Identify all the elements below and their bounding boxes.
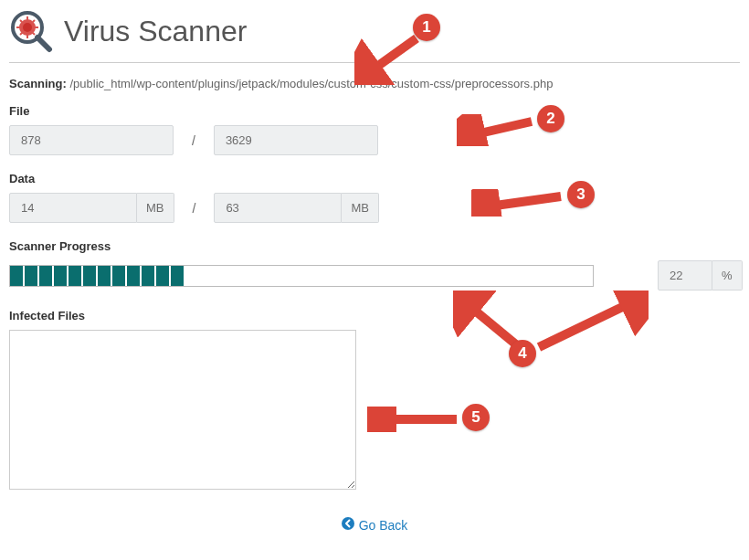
progress-segment	[69, 266, 81, 286]
go-back-link[interactable]: Go Back	[342, 517, 408, 533]
data-current-group: 14 MB	[9, 193, 174, 223]
data-total-group: 63 MB	[214, 193, 379, 223]
callout-badge-1: 1	[413, 14, 440, 41]
svg-point-12	[342, 517, 354, 530]
svg-line-1	[37, 37, 49, 49]
progress-segment	[10, 266, 23, 286]
callout-badge-2: 2	[537, 105, 564, 132]
scanning-label: Scanning:	[9, 77, 67, 90]
callout-badge-5: 5	[462, 404, 490, 431]
svg-line-14	[365, 38, 417, 75]
svg-line-8	[20, 20, 22, 22]
callout-arrow-2	[457, 114, 537, 146]
file-separator: /	[183, 133, 205, 148]
data-label: Data	[9, 172, 740, 185]
arrow-left-circle-icon	[342, 517, 354, 533]
progress-unit: %	[712, 260, 743, 291]
progress-segment	[83, 266, 96, 286]
callout-badge-4: 4	[509, 340, 536, 367]
progress-segment	[127, 266, 140, 286]
data-current-unit: MB	[137, 193, 174, 223]
page-title: Virus Scanner	[64, 15, 247, 48]
go-back-label: Go Back	[359, 518, 408, 533]
progress-segment	[25, 266, 37, 286]
svg-line-11	[33, 20, 35, 22]
callout-arrow-3	[471, 189, 567, 217]
progress-segment	[112, 266, 125, 286]
data-total-unit: MB	[342, 193, 379, 223]
callout-arrow-5	[367, 407, 463, 432]
progress-segment	[98, 266, 111, 286]
callout-badge-3: 3	[567, 181, 595, 208]
callout-arrow-4b	[530, 291, 649, 354]
progress-segment	[142, 266, 154, 286]
progress-segment	[156, 266, 169, 286]
data-current-field: 14	[9, 193, 137, 223]
progress-label: Scanner Progress	[9, 239, 740, 253]
scanning-path: /public_html/wp-content/plugins/jetpack/…	[69, 77, 553, 90]
svg-line-22	[539, 300, 638, 347]
svg-point-3	[23, 23, 32, 32]
file-current-field: 878	[9, 125, 174, 155]
svg-line-9	[33, 33, 35, 35]
progress-value-group: 22 %	[658, 260, 743, 291]
virus-scanner-icon	[9, 9, 53, 53]
svg-line-16	[468, 122, 532, 136]
file-total-field: 3629	[214, 125, 378, 155]
data-total-field: 63	[214, 193, 342, 223]
data-separator: /	[184, 201, 206, 216]
svg-line-18	[482, 196, 561, 207]
svg-line-10	[20, 33, 22, 35]
progress-segment	[54, 266, 67, 286]
progress-bar	[9, 265, 594, 287]
progress-segment	[171, 266, 184, 286]
infected-files-textarea[interactable]	[9, 330, 356, 490]
file-label: File	[9, 104, 740, 118]
callout-arrow-1	[354, 35, 426, 85]
progress-segment	[39, 266, 52, 286]
svg-line-20	[464, 301, 517, 345]
progress-value-field: 22	[658, 260, 712, 291]
